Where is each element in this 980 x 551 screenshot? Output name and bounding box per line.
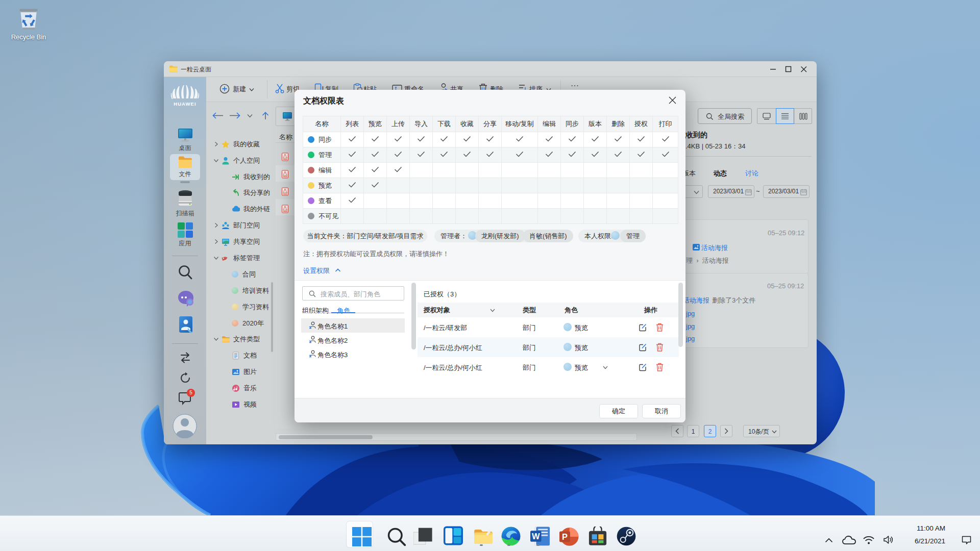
svg-text:HUAWEI: HUAWEI	[174, 101, 197, 107]
svg-text:P: P	[562, 532, 568, 541]
svg-text:W: W	[532, 532, 540, 541]
